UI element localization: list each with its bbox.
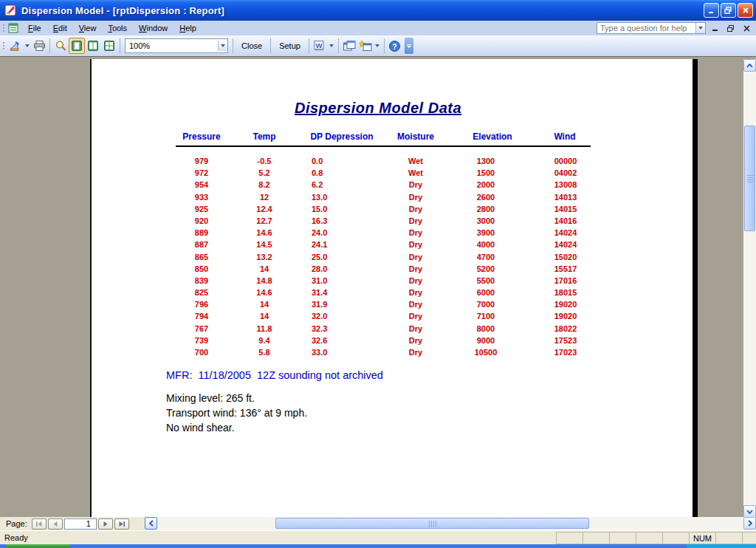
wind-value: 15020: [523, 251, 591, 263]
elevation-value: 1500: [449, 167, 523, 179]
moisture-value: Dry: [382, 215, 449, 227]
menu-view[interactable]: View: [73, 21, 103, 35]
pressure-value: 767: [176, 323, 227, 335]
column-header-wind: Wind: [523, 131, 591, 142]
taskbar-sliver[interactable]: [0, 544, 756, 548]
mdi-close-button[interactable]: [741, 23, 752, 33]
temp-value: -0.5: [227, 155, 301, 167]
moisture-value: Dry: [382, 263, 449, 275]
start-button-sliver[interactable]: [6, 544, 69, 548]
multiple-pages-button[interactable]: [101, 38, 117, 54]
access-window: Dispersion Model - [rptDispersion : Repo…: [0, 0, 756, 548]
toolbar-options-button[interactable]: [405, 38, 413, 54]
design-view-button[interactable]: [7, 38, 23, 54]
moisture-value: Dry: [382, 239, 449, 250]
minimize-button[interactable]: [704, 3, 719, 18]
close-preview-button[interactable]: Close: [236, 38, 268, 54]
restore-button[interactable]: [721, 3, 736, 18]
pressure-value: 796: [176, 298, 227, 310]
vertical-scrollbar[interactable]: [743, 59, 756, 518]
scroll-down-button[interactable]: [743, 505, 756, 518]
help-question-box[interactable]: [597, 22, 706, 34]
menu-help[interactable]: Help: [173, 21, 202, 35]
zoom-combo[interactable]: 100%: [125, 38, 228, 53]
next-page-button[interactable]: [98, 518, 113, 530]
last-page-button[interactable]: [114, 518, 129, 530]
transport-wind-note: Transport wind: 136° at 9 mph.: [166, 405, 307, 420]
moisture-value: Dry: [382, 191, 449, 203]
report-icon[interactable]: [8, 23, 19, 33]
pressure-value: 954: [176, 179, 227, 191]
menu-tools[interactable]: Tools: [102, 21, 133, 35]
pressure-value: 839: [176, 275, 227, 287]
help-button[interactable]: ?: [387, 38, 403, 54]
zoom-combo-dropdown[interactable]: [218, 41, 227, 51]
previous-page-button[interactable]: [48, 518, 63, 530]
report-table: Pressure Temp DP Depression Moisture Ele…: [176, 131, 591, 358]
table-row: 889 14.6 24.0 Dry 3900 14024: [176, 227, 591, 239]
temp-value: 14: [227, 298, 301, 310]
report-notes: Mixing level: 265 ft. Transport wind: 13…: [166, 391, 307, 435]
wind-value: 14016: [523, 215, 591, 227]
design-view-dropdown[interactable]: [23, 38, 31, 54]
one-page-button[interactable]: [69, 38, 85, 54]
dp-depression-value: 0.0: [301, 155, 382, 167]
moisture-value: Dry: [382, 287, 449, 298]
page-number-input[interactable]: 1: [64, 518, 97, 530]
scroll-left-button[interactable]: [145, 517, 157, 530]
report-page[interactable]: Dispersion Model Data Pressure Temp DP D…: [90, 59, 693, 518]
toolbar-options-icon: [407, 44, 411, 45]
menu-edit[interactable]: Edit: [47, 21, 73, 35]
status-segment: [662, 532, 690, 544]
moisture-value: Dry: [382, 251, 449, 263]
horizontal-scroll-thumb[interactable]: [275, 518, 589, 529]
setup-button[interactable]: Setup: [273, 38, 306, 54]
elevation-value: 5500: [449, 275, 523, 287]
pressure-value: 865: [176, 251, 227, 263]
close-button[interactable]: [738, 3, 753, 18]
first-page-button[interactable]: [32, 518, 47, 530]
mdi-restore-button[interactable]: [726, 23, 736, 33]
print-preview-area[interactable]: Dispersion Model Data Pressure Temp DP D…: [0, 56, 756, 517]
toolbar-grip[interactable]: [1, 41, 5, 51]
scroll-up-button[interactable]: [743, 59, 756, 72]
moisture-value: Wet: [382, 155, 449, 167]
statusbar: Ready NUM: [0, 530, 756, 544]
new-object-dropdown[interactable]: [374, 38, 382, 54]
new-object-button[interactable]: [357, 38, 374, 54]
temp-value: 5.2: [227, 167, 301, 179]
elevation-value: 3900: [449, 227, 523, 239]
horizontal-scrollbar[interactable]: [145, 517, 756, 530]
minimize-icon: [712, 25, 719, 32]
two-pages-button[interactable]: [85, 38, 101, 54]
officelinks-word-button[interactable]: W: [312, 38, 328, 54]
elevation-value: 1300: [449, 155, 523, 167]
temp-value: 8.2: [227, 179, 301, 191]
menubar: File Edit View Tools Window Help: [0, 21, 756, 35]
dp-depression-value: 31.0: [301, 275, 382, 287]
elevation-value: 9000: [449, 335, 523, 346]
database-window-button[interactable]: [341, 38, 357, 54]
temp-value: 12: [227, 191, 301, 203]
menu-window[interactable]: Window: [133, 21, 173, 35]
chevron-down-icon: [25, 44, 30, 47]
officelinks-dropdown[interactable]: [328, 38, 336, 54]
help-question-input[interactable]: [597, 24, 695, 32]
dp-depression-value: 32.6: [301, 335, 382, 346]
zoom-tool-button[interactable]: [52, 38, 69, 54]
vertical-scroll-thumb[interactable]: [744, 126, 755, 231]
dp-depression-value: 6.2: [301, 179, 382, 191]
mdi-minimize-button[interactable]: [710, 23, 721, 33]
scroll-right-button[interactable]: [743, 517, 756, 530]
dp-depression-value: 24.1: [301, 239, 382, 250]
temp-value: 5.8: [227, 346, 301, 358]
restore-icon: [727, 25, 735, 32]
zoom-value: 100%: [126, 41, 218, 50]
help-combo-dropdown[interactable]: [695, 23, 705, 33]
database-window-icon: [343, 40, 356, 52]
previous-page-icon: [52, 521, 58, 527]
menu-file[interactable]: File: [22, 21, 47, 35]
status-segment: [583, 532, 610, 544]
print-button[interactable]: [31, 38, 47, 54]
menubar-grip[interactable]: [1, 23, 5, 33]
